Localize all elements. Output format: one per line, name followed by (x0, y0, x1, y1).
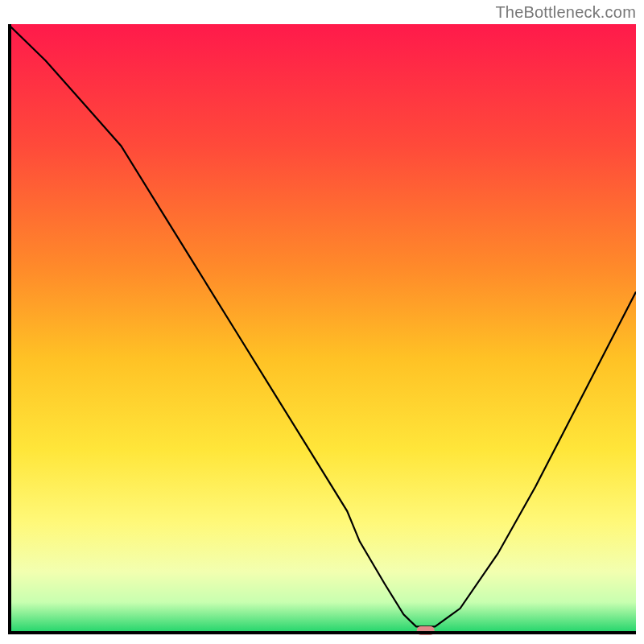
bottleneck-chart (8, 24, 636, 636)
watermark-label: TheBottleneck.com (495, 3, 636, 22)
chart-svg-root (8, 24, 636, 636)
plot-background (8, 24, 636, 633)
